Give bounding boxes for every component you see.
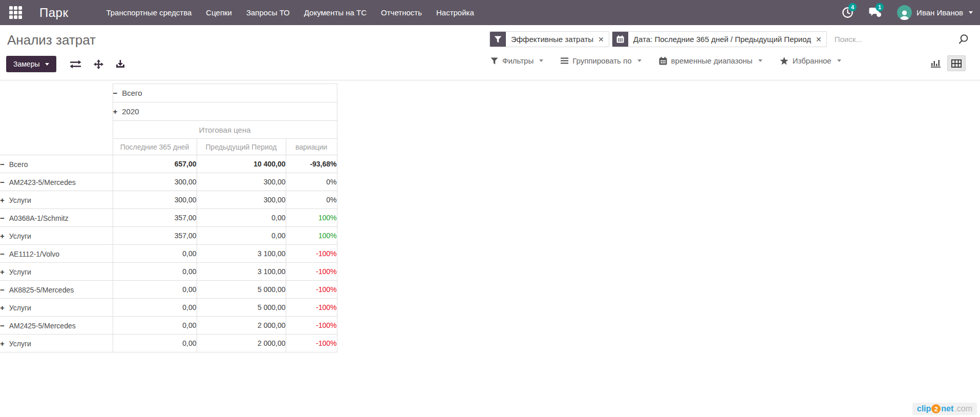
- search-bar: Эффективные затраты ✕ Дата: Последние 3: [489, 31, 969, 47]
- app-brand[interactable]: Парк: [39, 6, 68, 20]
- expand-all-icon[interactable]: [94, 59, 103, 69]
- top-navbar: Парк Транспортные средства Сцепки Запрос…: [0, 0, 980, 25]
- group-by-menu[interactable]: Группировать по: [561, 56, 641, 65]
- menu-reporting[interactable]: Отчетность: [374, 0, 429, 25]
- search-facet-date: Дата: Последние 365 дней / Предыдущий Пе…: [612, 31, 827, 47]
- close-icon[interactable]: ✕: [815, 32, 826, 47]
- table-row: +Услуги 300,00 300,00 0%: [0, 191, 337, 209]
- toggle-icon[interactable]: −: [0, 321, 5, 330]
- row-header[interactable]: +Услуги: [0, 227, 113, 245]
- bar-chart-icon: [931, 59, 941, 68]
- pivot-view-button[interactable]: [947, 55, 966, 71]
- menu-trailers[interactable]: Сцепки: [199, 0, 239, 25]
- pivot-view: −Всего +2020 Итоговая цена Последние 365…: [0, 80, 980, 352]
- row-header[interactable]: −Всего: [0, 155, 113, 173]
- row-label-text: Всего: [9, 160, 28, 169]
- cell-current: 0,00: [113, 317, 197, 335]
- row-header[interactable]: −АМ2425-5/Mercedes: [0, 317, 113, 335]
- facet-label: Эффективные затраты: [506, 32, 598, 47]
- measure-header: Итоговая цена: [113, 121, 337, 139]
- toggle-icon[interactable]: +: [0, 339, 5, 348]
- watermark-com: .com: [954, 404, 972, 413]
- cell-variation: 0%: [286, 173, 337, 191]
- messages-button[interactable]: 1: [869, 7, 882, 18]
- close-icon[interactable]: ✕: [598, 32, 609, 47]
- favorites-menu-label: Избранное: [793, 56, 832, 65]
- activities-count-badge: 4: [848, 3, 857, 11]
- measures-button[interactable]: Замеры: [6, 56, 56, 72]
- filters-menu[interactable]: Фильтры: [491, 56, 543, 65]
- row-header[interactable]: −АМ2423-5/Mercedes: [0, 173, 113, 191]
- cell-previous: 300,00: [197, 191, 286, 209]
- time-ranges-menu-label: временные диапазоны: [671, 56, 753, 65]
- row-header[interactable]: −АК8825-5/Mercedes: [0, 281, 113, 299]
- toggle-icon[interactable]: −: [0, 160, 5, 169]
- watermark-net: net: [941, 404, 953, 413]
- watermark-clip: clip: [917, 404, 931, 413]
- search-icon[interactable]: [957, 34, 969, 45]
- row-header[interactable]: +Услуги: [0, 335, 113, 352]
- table-row: −АМ2423-5/Mercedes 300,00 300,00 0%: [0, 173, 337, 191]
- toggle-icon[interactable]: +: [0, 267, 5, 276]
- expand-icon[interactable]: +: [113, 107, 118, 116]
- menu-vehicles[interactable]: Транспортные средства: [99, 0, 199, 25]
- cell-variation: -100%: [286, 281, 337, 299]
- toggle-icon[interactable]: +: [0, 232, 5, 240]
- page-title: Анализ затрат: [7, 32, 96, 48]
- cell-current: 357,00: [113, 209, 197, 227]
- cell-previous: 3 100,00: [197, 263, 286, 281]
- graph-view-button[interactable]: [927, 55, 945, 71]
- col-group-total[interactable]: −Всего: [113, 84, 337, 102]
- row-header[interactable]: +Услуги: [0, 299, 113, 317]
- cell-current: 357,00: [113, 227, 197, 245]
- cell-variation: -100%: [286, 335, 337, 352]
- activities-button[interactable]: 4: [842, 7, 854, 18]
- menu-settings[interactable]: Настройка: [429, 0, 481, 25]
- cell-variation: -93,68%: [286, 155, 337, 173]
- toggle-icon[interactable]: −: [0, 249, 5, 258]
- row-header[interactable]: +Услуги: [0, 191, 113, 209]
- watermark: clip2net.com: [912, 403, 977, 415]
- toggle-icon[interactable]: −: [0, 285, 5, 294]
- cell-previous: 3 100,00: [197, 245, 286, 263]
- chevron-down-icon: [539, 59, 543, 62]
- menu-service-requests[interactable]: Запросы ТО: [239, 0, 297, 25]
- toggle-icon[interactable]: +: [0, 196, 5, 204]
- menu-vehicle-documents[interactable]: Документы на ТС: [297, 0, 374, 25]
- table-row: +Услуги 0,00 2 000,00 -100%: [0, 335, 337, 352]
- pivot-table-icon: [951, 59, 962, 68]
- favorites-menu[interactable]: Избранное: [780, 56, 841, 65]
- cell-current: 300,00: [113, 173, 197, 191]
- cell-previous: 300,00: [197, 173, 286, 191]
- calendar-icon: [659, 57, 667, 65]
- header-spacer: [0, 84, 113, 102]
- time-ranges-menu[interactable]: временные диапазоны: [659, 56, 762, 65]
- table-row: +Услуги 0,00 3 100,00 -100%: [0, 263, 337, 281]
- user-menu[interactable]: Иван Иванов: [897, 5, 973, 20]
- toggle-icon[interactable]: −: [0, 214, 5, 222]
- table-row: −АЕ1112-1/Volvo 0,00 3 100,00 -100%: [0, 245, 337, 263]
- toggle-icon[interactable]: +: [0, 303, 5, 312]
- group-by-menu-label: Группировать по: [572, 56, 631, 65]
- header-spacer: [0, 121, 113, 139]
- col-group-2020[interactable]: +2020: [113, 102, 337, 121]
- cell-variation: -100%: [286, 263, 337, 281]
- search-input[interactable]: [829, 35, 957, 44]
- download-icon[interactable]: [116, 59, 125, 69]
- cell-variation: 100%: [286, 209, 337, 227]
- subcol-previous: Предыдущий Период: [197, 139, 286, 155]
- cell-previous: 5 000,00: [197, 281, 286, 299]
- avatar: [897, 5, 912, 20]
- cell-variation: -100%: [286, 245, 337, 263]
- toggle-icon[interactable]: −: [0, 178, 5, 186]
- row-header[interactable]: −АЕ1112-1/Volvo: [0, 245, 113, 263]
- col-group-label: 2020: [122, 107, 139, 116]
- apps-menu-icon[interactable]: [9, 6, 22, 19]
- page: Парк Транспортные средства Сцепки Запрос…: [0, 0, 980, 417]
- row-header[interactable]: −А0368А-1/Schmitz: [0, 209, 113, 227]
- row-header[interactable]: +Услуги: [0, 263, 113, 281]
- row-label-text: Услуги: [9, 340, 31, 348]
- collapse-icon[interactable]: −: [113, 89, 118, 97]
- flip-axis-icon[interactable]: [70, 60, 81, 69]
- chevron-down-icon: [969, 11, 973, 14]
